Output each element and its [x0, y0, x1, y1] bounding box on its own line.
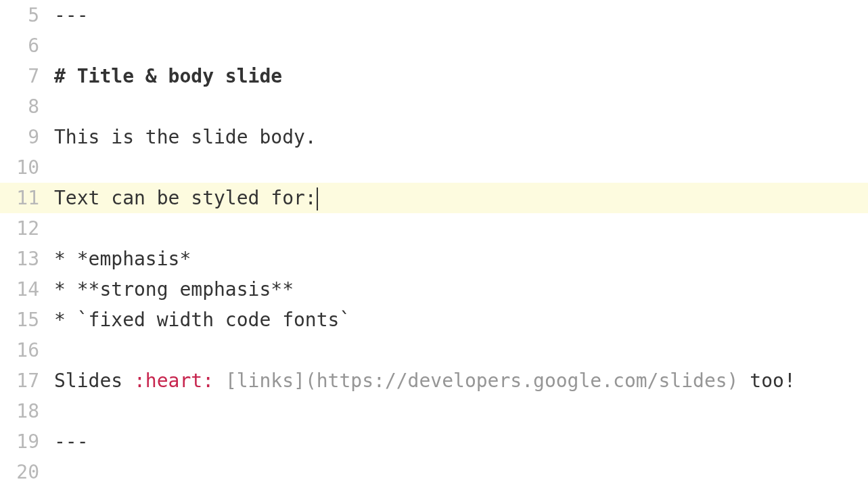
code-token: [links](https://developers.google.com/sl…: [225, 370, 739, 392]
editor-line[interactable]: 17Slides :heart: [links](https://develop…: [0, 365, 868, 396]
line-content[interactable]: [49, 213, 868, 244]
editor-line[interactable]: 11Text can be styled for:: [0, 183, 868, 213]
editor-line[interactable]: 19---: [0, 426, 868, 457]
editor-line[interactable]: 8: [0, 91, 868, 122]
code-token: ---: [54, 4, 89, 26]
line-number: 19: [0, 430, 49, 453]
line-content[interactable]: Slides :heart: [links](https://developer…: [49, 365, 868, 396]
line-content[interactable]: * `fixed width code fonts`: [49, 305, 868, 335]
code-token: :heart:: [134, 370, 214, 392]
line-content[interactable]: [49, 396, 868, 426]
line-number: 7: [0, 65, 49, 87]
editor-line[interactable]: 20: [0, 457, 868, 487]
line-number: 13: [0, 248, 49, 270]
line-number: 9: [0, 126, 49, 148]
line-number: 11: [0, 187, 49, 209]
line-content[interactable]: Text can be styled for:: [49, 183, 868, 213]
code-token: [214, 370, 225, 392]
line-content[interactable]: ---: [49, 0, 868, 30]
code-token: # Title & body slide: [54, 65, 282, 87]
line-number: 6: [0, 35, 49, 57]
line-number: 15: [0, 309, 49, 331]
line-content[interactable]: [49, 457, 868, 487]
editor-line[interactable]: 12: [0, 213, 868, 244]
line-content[interactable]: [49, 335, 868, 365]
editor-line[interactable]: 6: [0, 30, 868, 61]
code-editor[interactable]: 5---67# Title & body slide89This is the …: [0, 0, 868, 487]
code-token: * **strong emphasis**: [54, 278, 294, 301]
editor-line[interactable]: 10: [0, 152, 868, 183]
line-number: 10: [0, 156, 49, 179]
code-token: * `fixed width code fonts`: [54, 309, 350, 331]
editor-line[interactable]: 14* **strong emphasis**: [0, 274, 868, 305]
code-token: ---: [54, 430, 89, 453]
code-token: Text can be styled for:: [54, 187, 317, 209]
editor-line[interactable]: 18: [0, 396, 868, 426]
line-number: 5: [0, 4, 49, 26]
code-token: Slides: [54, 370, 134, 392]
code-token: This is the slide body.: [54, 126, 317, 148]
line-content[interactable]: [49, 30, 868, 61]
line-content[interactable]: # Title & body slide: [49, 61, 868, 91]
editor-line[interactable]: 15* `fixed width code fonts`: [0, 305, 868, 335]
text-cursor: [317, 187, 318, 210]
line-number: 17: [0, 370, 49, 392]
line-content[interactable]: This is the slide body.: [49, 122, 868, 152]
line-number: 12: [0, 217, 49, 240]
line-content[interactable]: [49, 152, 868, 183]
line-content[interactable]: * *emphasis*: [49, 244, 868, 274]
editor-line[interactable]: 13* *emphasis*: [0, 244, 868, 274]
line-number: 18: [0, 400, 49, 422]
line-number: 14: [0, 278, 49, 301]
line-number: 8: [0, 95, 49, 118]
editor-line[interactable]: 5---: [0, 0, 868, 30]
line-number: 20: [0, 461, 49, 483]
editor-line[interactable]: 9This is the slide body.: [0, 122, 868, 152]
editor-line[interactable]: 7# Title & body slide: [0, 61, 868, 91]
code-token: * *emphasis*: [54, 248, 191, 270]
line-content[interactable]: ---: [49, 426, 868, 457]
line-content[interactable]: * **strong emphasis**: [49, 274, 868, 305]
line-number: 16: [0, 339, 49, 361]
code-token: too!: [738, 370, 795, 392]
editor-line[interactable]: 16: [0, 335, 868, 365]
line-content[interactable]: [49, 91, 868, 122]
